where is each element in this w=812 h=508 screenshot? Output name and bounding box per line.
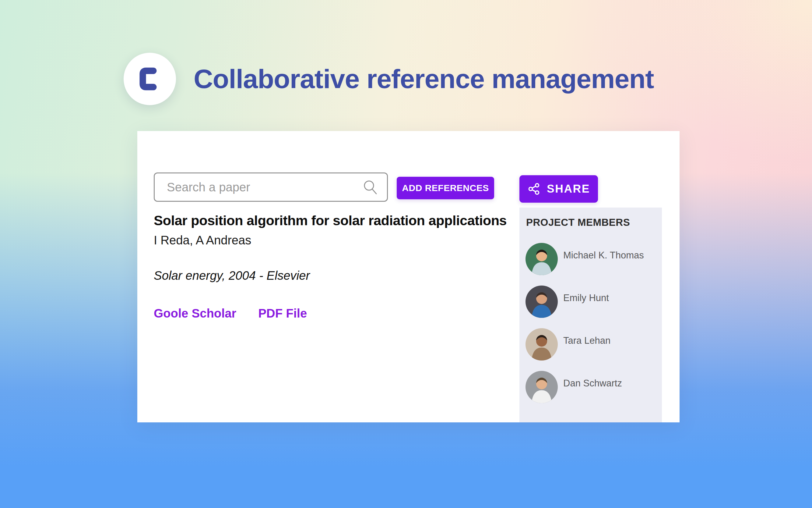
avatar (526, 243, 558, 275)
paper-source: Solar energy, 2004 - Elsevier (154, 269, 310, 283)
member-row[interactable]: Dan Schwartz (526, 371, 662, 403)
member-row[interactable]: Tara Lehan (526, 328, 662, 361)
project-members-heading: PROJECT MEMBERS (526, 217, 662, 228)
paper-authors: I Reda, A Andreas (154, 234, 251, 247)
c-mark-logo-icon (136, 65, 164, 93)
search-icon (362, 179, 379, 196)
member-name: Dan Schwartz (563, 378, 622, 389)
avatar (526, 371, 558, 403)
project-members-panel: PROJECT MEMBERS Michael K. Thomas (519, 208, 662, 422)
share-button-label: SHARE (547, 182, 590, 195)
member-row[interactable]: Michael K. Thomas (526, 243, 662, 275)
search-input[interactable] (166, 180, 362, 195)
app-logo (124, 53, 176, 105)
add-references-button[interactable]: ADD REFERENCES (397, 177, 494, 199)
member-row[interactable]: Emily Hunt (526, 286, 662, 318)
member-name: Michael K. Thomas (563, 250, 644, 261)
google-scholar-link[interactable]: Goole Scholar (154, 306, 236, 320)
search-box[interactable] (154, 172, 388, 202)
member-name: Tara Lehan (563, 335, 611, 346)
paper-links: Goole Scholar PDF File (154, 306, 307, 320)
reference-manager-card: ADD REFERENCES SHARE Solar position algo… (137, 131, 679, 422)
pdf-file-link[interactable]: PDF File (258, 306, 307, 320)
page-title: Collaborative reference management (194, 64, 654, 94)
page-header: Collaborative reference management (124, 53, 654, 105)
share-nodes-icon (527, 182, 541, 196)
member-name: Emily Hunt (563, 293, 609, 303)
avatar (526, 328, 558, 361)
share-button[interactable]: SHARE (519, 175, 598, 203)
avatar (526, 286, 558, 318)
paper-title: Solar position algorithm for solar radia… (154, 213, 507, 228)
